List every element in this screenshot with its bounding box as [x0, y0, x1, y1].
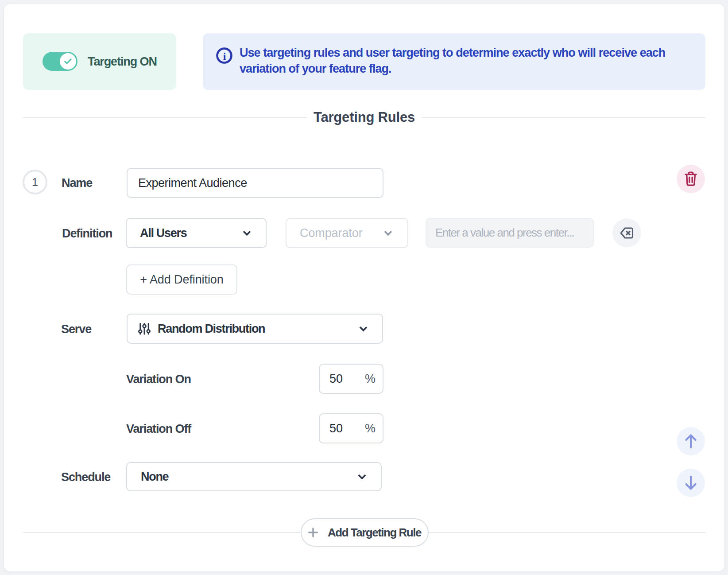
svg-text:i: i — [223, 51, 226, 62]
